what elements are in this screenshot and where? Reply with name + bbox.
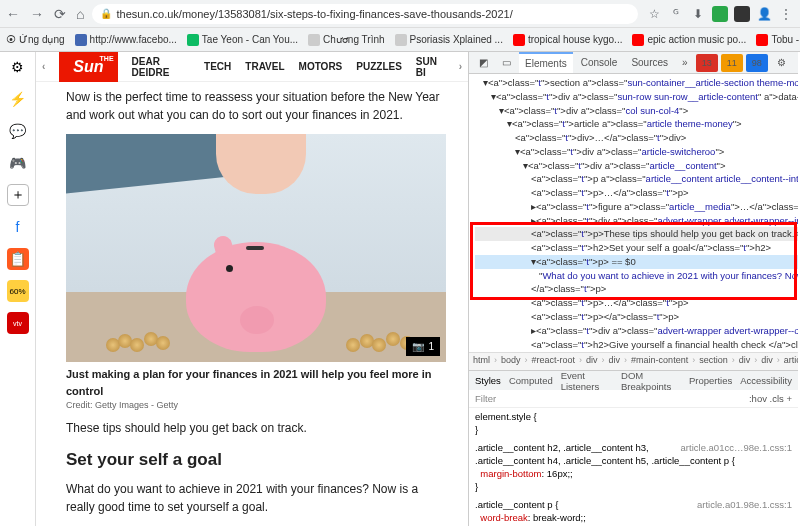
crumb[interactable]: article [784, 355, 798, 365]
warning-badge[interactable]: 11 [721, 54, 743, 72]
menu-icon[interactable]: ⋮ [778, 6, 794, 22]
nav-prev-icon[interactable]: ‹ [42, 61, 45, 72]
subtab-computed[interactable]: Computed [509, 375, 553, 386]
info-badge[interactable]: 98 [746, 54, 768, 72]
image-count-badge[interactable]: 📷 1 [406, 337, 440, 356]
nav-item[interactable]: TRAVEL [245, 61, 284, 72]
crumb[interactable]: #react-root [532, 355, 576, 365]
dom-line[interactable]: <a">class="t">h2>Set your self a goal</a… [475, 241, 798, 255]
gear-icon[interactable]: ⚙ [7, 56, 29, 78]
page-viewport[interactable]: ‹ THESun DEAR DEIDRE TECH TRAVEL MOTORS … [36, 52, 468, 526]
nav-item[interactable]: MOTORS [299, 61, 343, 72]
dom-line[interactable]: <a">class="t">h2>Give yourself a financi… [475, 338, 798, 352]
crumb[interactable]: body [501, 355, 521, 365]
nav-item[interactable]: DEAR DEIDRE [132, 56, 191, 78]
subtab-properties[interactable]: Properties [689, 375, 732, 386]
subtab-eventlisteners[interactable]: Event Listeners [561, 370, 613, 392]
subtab-accessibility[interactable]: Accessibility [740, 375, 792, 386]
more-icon[interactable]: ⋮ [795, 53, 800, 72]
site-logo[interactable]: THESun [59, 52, 117, 82]
styles-panel[interactable]: element.style {}article.a01cc…98e.1.css:… [469, 408, 798, 526]
note-icon[interactable]: 📋 [7, 248, 29, 270]
address-bar[interactable]: 🔒 thesun.co.uk/money/13583081/six-steps-… [92, 4, 638, 24]
bookmark-item[interactable]: Chương Trình [308, 34, 384, 46]
dom-tree[interactable]: ▾<a">class="t">section a">class="sun-con… [469, 74, 798, 352]
subtab-styles[interactable]: Styles [475, 375, 501, 386]
plus-icon[interactable]: ＋ [7, 184, 29, 206]
chrome-actions: ☆ ᴳ ⬇ 👤 ⋮ [646, 6, 794, 22]
badge-icon[interactable]: 60% [7, 280, 29, 302]
download-icon[interactable]: ⬇ [690, 6, 706, 22]
crumb[interactable]: div [761, 355, 773, 365]
forward-icon[interactable]: → [30, 6, 44, 22]
nav-item[interactable]: TECH [204, 61, 231, 72]
home-icon[interactable]: ⌂ [76, 6, 84, 22]
nav-item[interactable]: PUZZLES [356, 61, 402, 72]
crumb[interactable]: div [586, 355, 598, 365]
game-icon[interactable]: 🎮 [7, 152, 29, 174]
dom-line[interactable]: ▾<a">class="t">div a">class="col sun-col… [475, 104, 798, 118]
dom-line[interactable]: ▸<a">class="t">div a">class="advert-wrap… [475, 214, 798, 228]
crumb[interactable]: div [609, 355, 621, 365]
bookmark-item[interactable]: http://www.facebo... [75, 34, 177, 46]
dom-line[interactable]: ▾<a">class="t">div a">class="article-swi… [475, 145, 798, 159]
nav-item[interactable]: SUN BI [416, 56, 445, 78]
tabs-more-icon[interactable]: » [676, 53, 694, 72]
messenger-icon[interactable]: 💬 [7, 120, 29, 142]
dom-line[interactable]: <a">class="t">p>These tips should help y… [475, 227, 798, 241]
reload-icon[interactable]: ⟳ [54, 6, 66, 22]
dom-line[interactable]: <a">class="t">p>…</a">class="t">p> [475, 186, 798, 200]
translate-icon[interactable]: ᴳ [668, 6, 684, 22]
dom-line[interactable]: ▾<a">class="t">section a">class="sun-con… [475, 76, 798, 90]
filter-actions[interactable]: :hov .cls + [749, 393, 792, 404]
inspect-icon[interactable]: ◩ [473, 53, 494, 72]
avatar-icon[interactable]: 👤 [756, 6, 772, 22]
tab-elements[interactable]: Elements [519, 52, 573, 73]
crumb[interactable]: section [699, 355, 728, 365]
facebook-icon[interactable]: f [7, 216, 29, 238]
dom-line[interactable]: ▾<a">class="t">p> == $0 [475, 255, 798, 269]
crumb[interactable]: #main-content [631, 355, 688, 365]
dom-line[interactable]: </a">class="t">p> [475, 282, 798, 296]
article-paragraph: What do you want to achieve in 2021 with… [66, 480, 448, 516]
dom-line[interactable]: ▸<a">class="t">figure a">class="article_… [475, 200, 798, 214]
back-icon[interactable]: ← [6, 6, 20, 22]
bookmark-item[interactable]: Psoriasis Xplained ... [395, 34, 503, 46]
css-rule[interactable]: article.a01cc…98e.1.css:1.article__conte… [475, 441, 792, 494]
ext2-icon[interactable] [734, 6, 750, 22]
bookmark-item[interactable]: Tobu - Marsmellow... [756, 34, 800, 46]
bookmark-item[interactable]: tropical house kygo... [513, 34, 623, 46]
camera-icon: 📷 [412, 339, 424, 354]
css-rule[interactable]: article.a01.98e.1.css:1.article__content… [475, 498, 792, 526]
bookmark-item[interactable]: epic action music po... [632, 34, 746, 46]
crumb[interactable]: div [739, 355, 751, 365]
bookmark-item[interactable]: Tae Yeon - Can You... [187, 34, 298, 46]
ext1-icon[interactable] [712, 6, 728, 22]
dom-line[interactable]: ▾<a">class="t">div a">class="sun-row sun… [475, 90, 798, 104]
crumb[interactable]: html [473, 355, 490, 365]
dom-line[interactable]: ▾<a">class="t">div a">class="article__co… [475, 159, 798, 173]
article-paragraph: These tips should help you get back on t… [66, 419, 448, 437]
dom-line[interactable]: ▾<a">class="t">article a">class="article… [475, 117, 798, 131]
dom-line[interactable]: <a">class="t">div>…</a">class="t">div> [475, 131, 798, 145]
dom-line[interactable]: ▸<a">class="t">div a">class="advert-wrap… [475, 324, 798, 338]
vtv-icon[interactable]: vtv [7, 312, 29, 334]
dom-line[interactable]: <a">class="t">p a">class="article__conte… [475, 172, 798, 186]
filter-input[interactable]: Filter [475, 393, 496, 404]
breadcrumbs[interactable]: html›body›#react-root›div›div›#main-cont… [469, 352, 798, 370]
lightning-icon[interactable]: ⚡ [7, 88, 29, 110]
css-rule[interactable]: element.style {} [475, 410, 792, 437]
tab-sources[interactable]: Sources [625, 53, 674, 72]
error-badge[interactable]: 13 [696, 54, 718, 72]
nav-next-icon[interactable]: › [459, 61, 462, 72]
apps-button[interactable]: ⦿ Ứng dụng [6, 34, 65, 45]
dom-line[interactable]: "What do you want to achieve in 2021 wit… [475, 269, 798, 283]
dom-line[interactable]: <a">class="t">p>…</a">class="t">p> [475, 296, 798, 310]
tab-console[interactable]: Console [575, 53, 624, 72]
styles-filter: Filter :hov .cls + [469, 390, 798, 408]
subtab-dombreakpoints[interactable]: DOM Breakpoints [621, 370, 681, 392]
settings-icon[interactable]: ⚙ [771, 53, 792, 72]
dom-line[interactable]: <a">class="t">p></a">class="t">p> [475, 310, 798, 324]
star-icon[interactable]: ☆ [646, 6, 662, 22]
device-icon[interactable]: ▭ [496, 53, 517, 72]
